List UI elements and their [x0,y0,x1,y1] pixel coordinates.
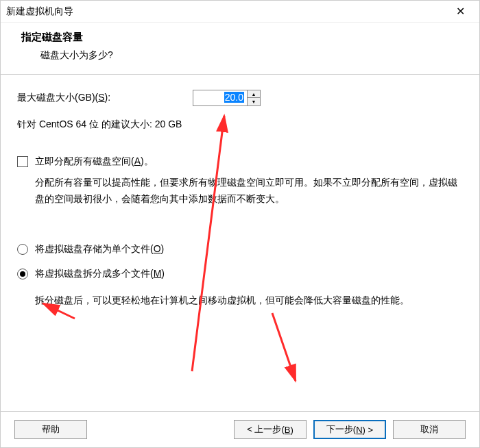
window-title: 新建虚拟机向导 [6,5,446,18]
disk-size-input[interactable]: 20.0 [193,90,248,106]
store-split-radio[interactable] [17,269,28,279]
allocate-now-row[interactable]: 立即分配所有磁盘空间(A)。 [17,155,463,168]
store-split-row[interactable]: 将虚拟磁盘拆分成多个文件(M) [17,268,463,280]
next-button[interactable]: 下一步(N) > [313,420,386,439]
allocate-now-label: 立即分配所有磁盘空间(A)。 [35,155,154,168]
svg-line-2 [272,313,296,381]
allocate-now-desc: 分配所有容量可以提高性能，但要求所有物理磁盘空间立即可用。如果不立即分配所有空间… [35,175,460,208]
store-single-radio[interactable] [17,244,28,255]
page-subtitle: 磁盘大小为多少? [40,49,459,62]
header: 指定磁盘容量 磁盘大小为多少? [1,23,479,74]
spinner-buttons: ▲ ▼ [248,90,261,106]
spinner-up-icon[interactable]: ▲ [248,90,260,98]
cancel-button[interactable]: 取消 [393,420,466,439]
store-single-label: 将虚拟磁盘存储为单个文件(O) [35,243,164,256]
disk-size-row: 最大磁盘大小(GB)(S): 20.0 ▲ ▼ [17,90,463,106]
store-split-desc: 拆分磁盘后，可以更轻松地在计算机之间移动虚拟机，但可能会降低大容量磁盘的性能。 [35,293,460,309]
content-area: 最大磁盘大小(GB)(S): 20.0 ▲ ▼ 针对 CentOS 64 位 的… [1,74,479,412]
store-single-row[interactable]: 将虚拟磁盘存储为单个文件(O) [17,243,463,256]
footer: 帮助 < 上一步(B) 下一步(N) > 取消 [1,412,479,447]
back-button[interactable]: < 上一步(B) [234,420,307,439]
wizard-window: 新建虚拟机向导 ✕ 指定磁盘容量 磁盘大小为多少? 最大磁盘大小(GB)(S):… [0,0,480,448]
store-split-label: 将虚拟磁盘拆分成多个文件(M) [35,268,165,280]
allocate-now-checkbox[interactable] [17,156,28,167]
spinner-down-icon[interactable]: ▼ [248,98,260,105]
suggested-size-label: 针对 CentOS 64 位 的建议大小: 20 GB [17,119,463,131]
page-title: 指定磁盘容量 [21,31,459,44]
disk-size-label: 最大磁盘大小(GB)(S): [17,92,110,104]
help-button[interactable]: 帮助 [14,420,87,439]
close-icon[interactable]: ✕ [446,2,474,21]
disk-size-spinner[interactable]: 20.0 ▲ ▼ [193,90,261,106]
titlebar: 新建虚拟机向导 ✕ [1,1,479,23]
